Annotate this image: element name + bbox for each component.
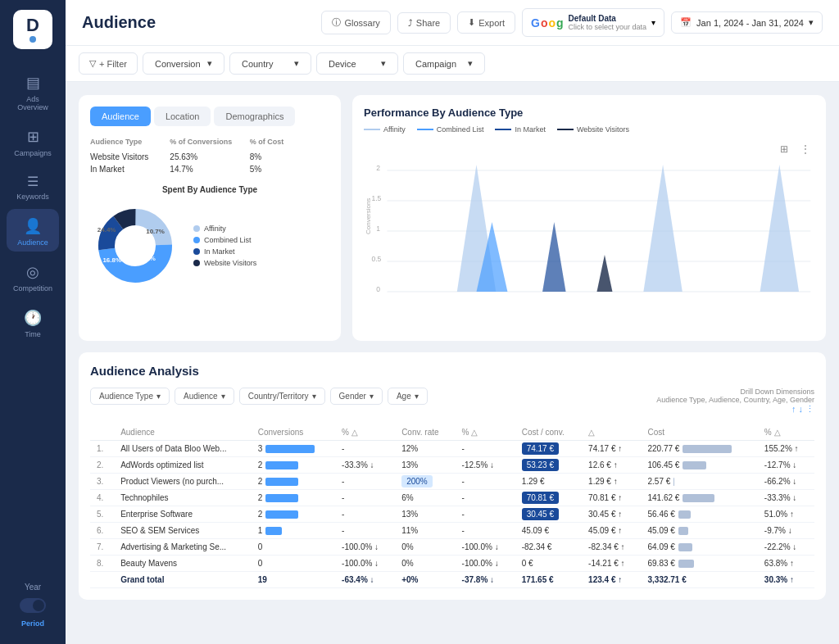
export-icon: ⬇	[468, 17, 475, 28]
col-conv-rate: Conv. rate	[395, 424, 455, 441]
sidebar-item-ads-overview[interactable]: ▤ Ads Overview	[7, 66, 59, 116]
competition-icon: ◎	[26, 263, 39, 281]
age-filter[interactable]: Age ▾	[388, 388, 428, 405]
year-label: Year	[25, 583, 41, 592]
sidebar-item-time[interactable]: 🕐 Time	[7, 301, 59, 343]
performance-chart-panel: Performance By Audience Type Affinity Co…	[352, 95, 826, 341]
svg-marker-17	[643, 165, 682, 292]
sort-asc-icon[interactable]: ↑	[791, 404, 796, 415]
chart-title: Performance By Audience Type	[364, 107, 814, 119]
table-row: 6. SEO & SEM Services 1 - 11% - 45.09 € …	[90, 523, 814, 539]
table-row: 5. Enterprise Software 2 - 13% - 30.45 €…	[90, 506, 814, 523]
data-source-selector[interactable]: Goog Default Data Click to select your d…	[522, 8, 664, 37]
in-market-dot	[193, 248, 200, 255]
chevron-down-icon: ▾	[221, 392, 225, 401]
col-conversions: Conversions	[252, 424, 335, 441]
chevron-down-icon: ▾	[294, 58, 299, 69]
legend-affinity: Affinity	[364, 125, 406, 134]
page-title: Audience	[82, 13, 156, 32]
tab-audience[interactable]: Audience	[90, 107, 151, 126]
sidebar-item-keywords[interactable]: ☰ Keywords	[7, 166, 59, 206]
website-visitors-legend-line	[557, 129, 574, 130]
table-row: In Market 14.7% 5%	[90, 163, 329, 175]
device-filter[interactable]: Device ▾	[316, 52, 398, 75]
period-toggle[interactable]	[20, 598, 46, 613]
donut-title: Spent By Audience Type	[90, 185, 329, 194]
col-cost-pct: % △	[758, 424, 814, 441]
tab-demographics[interactable]: Demographics	[214, 107, 295, 126]
data-source-text: Default Data Click to select your data	[569, 14, 647, 31]
google-logo: Goog	[531, 16, 564, 29]
analysis-title: Audience Analysis	[90, 364, 814, 378]
legend-affinity: Affinity	[193, 224, 256, 233]
svg-text:2: 2	[376, 164, 380, 172]
country-filter[interactable]: Country ▾	[229, 52, 311, 75]
analysis-filter-row: Audience Type ▾ Audience ▾ Country/Terri…	[90, 388, 428, 405]
donut-legend: Affinity Combined List In Market We	[193, 224, 256, 267]
sidebar-item-audience[interactable]: 👤 Audience	[7, 209, 59, 252]
combined-list-legend-line	[417, 129, 433, 130]
svg-marker-21	[596, 255, 612, 292]
calendar-icon: 📅	[680, 17, 692, 28]
audience-analysis-panel: Audience Analysis Audience Type ▾ Audien…	[79, 352, 826, 600]
svg-text:0.5: 0.5	[371, 255, 381, 263]
info-icon: ⓘ	[332, 16, 341, 29]
chevron-down-icon: ▾	[312, 392, 316, 401]
table-row: 3. Product Viewers (no purch... 2 - 200%…	[90, 474, 814, 490]
logo-letter: D	[26, 16, 39, 34]
tab-row: Audience Location Demographics	[90, 107, 329, 126]
share-button[interactable]: ⤴ Share	[397, 12, 451, 34]
chevron-down-icon: ▾	[370, 392, 374, 401]
chevron-down-icon: ▾	[809, 17, 814, 28]
svg-text:1: 1	[376, 224, 380, 233]
conversion-filter[interactable]: Conversion ▾	[143, 52, 224, 75]
table-header-row: Audience Conversions % △ Conv. rate % △ …	[90, 424, 814, 441]
export-button[interactable]: ⬇ Export	[457, 11, 515, 34]
keywords-icon: ☰	[27, 174, 39, 189]
topbar: Audience ⓘ Glossary ⤴ Share ⬇ Export Goo…	[66, 0, 839, 46]
col-audience: Audience	[114, 424, 252, 441]
campaign-filter[interactable]: Campaign ▾	[403, 52, 485, 75]
col-cost-conv: Cost / conv.	[515, 424, 582, 441]
analysis-table-wrapper: Audience Conversions % △ Conv. rate % △ …	[90, 424, 814, 588]
chart-save-icon[interactable]: ⊞	[775, 140, 793, 158]
sidebar-item-label: Campaigns	[14, 149, 52, 157]
sidebar: D ▤ Ads Overview ⊞ Campaigns ☰ Keywords …	[0, 0, 66, 644]
sidebar-item-campaigns[interactable]: ⊞ Campaigns	[7, 120, 59, 162]
ads-overview-icon: ▤	[26, 74, 40, 92]
sidebar-item-label: Keywords	[16, 193, 49, 201]
sidebar-item-competition[interactable]: ◎ Competition	[7, 255, 59, 297]
legend-website-visitors: Website Visitors	[557, 125, 629, 134]
filter-button[interactable]: ▽ + Filter	[79, 52, 138, 75]
chevron-down-icon: ▾	[207, 58, 212, 69]
audience-panel: Audience Location Demographics Audience …	[79, 95, 341, 341]
legend-combined-list: Combined List	[417, 125, 484, 134]
chevron-down-icon: ▾	[468, 58, 473, 69]
campaigns-icon: ⊞	[27, 128, 39, 146]
sort-buttons: ↑ ↓ ⋮	[656, 404, 814, 415]
svg-marker-18	[760, 165, 799, 292]
gender-filter[interactable]: Gender ▾	[330, 388, 383, 405]
combined-list-dot	[193, 237, 200, 243]
glossary-button[interactable]: ⓘ Glossary	[321, 11, 390, 34]
col-conv-rate-pct: % △	[456, 424, 515, 441]
logo-dot	[29, 36, 36, 43]
more-options-icon[interactable]: ⋮	[805, 404, 814, 415]
topbar-actions: ⓘ Glossary ⤴ Share ⬇ Export Goog Default…	[321, 8, 823, 37]
chart-legend: Affinity Combined List In Market Website…	[364, 125, 814, 134]
table-row: 2. AdWords optimized list 2 -33.3% ↓ 13%…	[90, 457, 814, 474]
chart-more-icon[interactable]: ⋮	[796, 140, 814, 158]
audience-type-filter[interactable]: Audience Type ▾	[90, 388, 170, 405]
country-territory-filter[interactable]: Country/Territory ▾	[239, 388, 325, 405]
content-area: Audience Location Demographics Audience …	[66, 82, 839, 644]
date-range-selector[interactable]: 📅 Jan 1, 2024 - Jan 31, 2024 ▾	[671, 11, 823, 34]
sort-desc-icon[interactable]: ↓	[799, 404, 804, 415]
time-icon: 🕐	[24, 309, 42, 327]
website-visitors-dot	[193, 260, 200, 266]
audience-filter[interactable]: Audience ▾	[175, 388, 234, 405]
sidebar-item-label: Audience	[17, 238, 48, 247]
donut-chart: 24.4% 48.6% 16.8% 10.7%	[90, 201, 180, 291]
tab-location[interactable]: Location	[154, 107, 211, 126]
drill-info: Drill Down Dimensions Audience Type, Aud…	[656, 388, 814, 418]
table-row: 7. Advertising & Marketing Se... 0 -100.…	[90, 539, 814, 556]
